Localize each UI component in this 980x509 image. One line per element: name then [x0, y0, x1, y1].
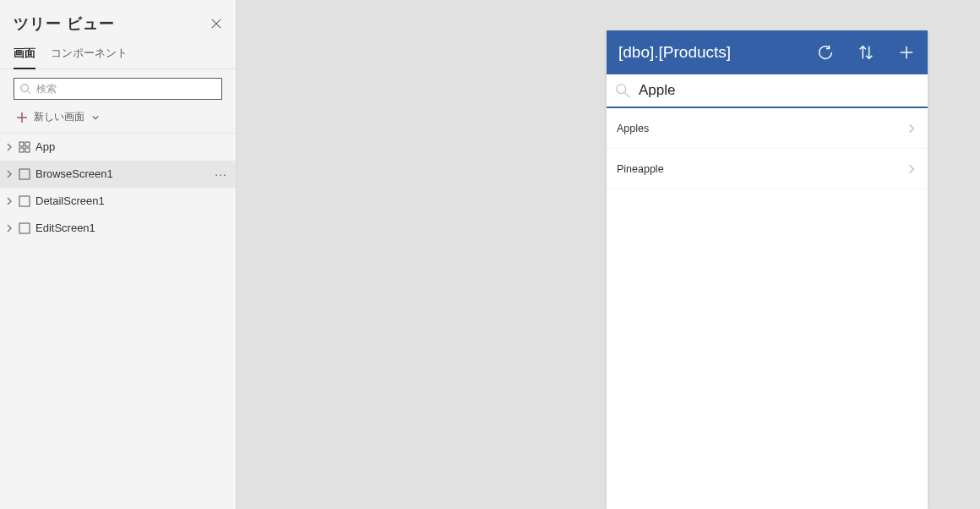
tree-item-browsescreen[interactable]: BrowseScreen1 ···: [0, 161, 236, 188]
svg-rect-10: [19, 169, 30, 179]
tree-search-box[interactable]: [14, 78, 222, 100]
svg-point-2: [21, 85, 29, 92]
svg-line-3: [28, 91, 31, 95]
add-icon[interactable]: [897, 43, 916, 62]
sort-icon[interactable]: [857, 43, 875, 62]
preview-title: [dbo].[Products]: [618, 43, 794, 62]
search-icon: [615, 83, 630, 98]
screen-icon: [19, 222, 30, 234]
chevron-right-icon: [5, 197, 14, 205]
svg-rect-7: [25, 142, 30, 146]
preview-search-input[interactable]: [637, 81, 919, 100]
svg-rect-6: [19, 142, 24, 146]
tab-screens[interactable]: 画面: [14, 41, 35, 69]
tree-item-label: BrowseScreen1: [35, 167, 210, 180]
app-icon: [19, 141, 30, 153]
new-screen-button[interactable]: 新しい画面: [0, 105, 236, 133]
more-icon[interactable]: ···: [215, 167, 227, 181]
tree-item-label: EditScreen1: [35, 222, 210, 234]
svg-rect-12: [19, 223, 30, 233]
close-icon[interactable]: [210, 18, 222, 30]
preview-list: Apples Pineapple: [607, 108, 928, 509]
chevron-right-icon: [5, 143, 14, 151]
list-item-label: Pineapple: [617, 163, 906, 175]
chevron-right-icon: [906, 163, 917, 175]
design-canvas[interactable]: [dbo].[Products]: [237, 0, 980, 509]
tree-search-input[interactable]: [35, 82, 216, 96]
tree-item-detailscreen[interactable]: DetailScreen1 ···: [0, 188, 236, 215]
tree-item-app[interactable]: App ···: [0, 134, 236, 161]
svg-point-17: [617, 85, 626, 94]
screen-icon: [19, 168, 30, 180]
tree-list: App ··· BrowseScreen1 ··· DetailScreen1 …: [0, 133, 236, 242]
list-item-label: Apples: [617, 123, 906, 134]
panel-title: ツリー ビュー: [14, 14, 115, 34]
chevron-down-icon: [91, 113, 100, 122]
tab-components[interactable]: コンポーネント: [51, 41, 128, 68]
list-item[interactable]: Apples: [607, 108, 928, 149]
app-preview: [dbo].[Products]: [607, 30, 928, 509]
chevron-right-icon: [5, 224, 14, 233]
svg-rect-11: [19, 196, 30, 206]
refresh-icon[interactable]: [816, 43, 835, 62]
list-item[interactable]: Pineapple: [607, 149, 928, 189]
chevron-right-icon: [5, 170, 14, 178]
svg-rect-8: [19, 148, 24, 152]
panel-tabs: 画面 コンポーネント: [0, 41, 236, 69]
chevron-right-icon: [906, 123, 917, 134]
svg-line-18: [625, 93, 629, 97]
tree-item-label: DetailScreen1: [35, 194, 210, 207]
new-screen-label: 新しい画面: [34, 110, 84, 124]
tree-item-label: App: [35, 140, 210, 153]
preview-header: [dbo].[Products]: [607, 30, 928, 74]
plus-icon: [17, 112, 27, 123]
svg-rect-9: [25, 148, 30, 152]
screen-icon: [19, 195, 30, 207]
search-icon: [19, 83, 31, 95]
tree-view-panel: ツリー ビュー 画面 コンポーネント 新しい: [0, 0, 237, 509]
tree-item-editscreen[interactable]: EditScreen1 ···: [0, 215, 236, 242]
preview-search-bar: [607, 74, 928, 108]
